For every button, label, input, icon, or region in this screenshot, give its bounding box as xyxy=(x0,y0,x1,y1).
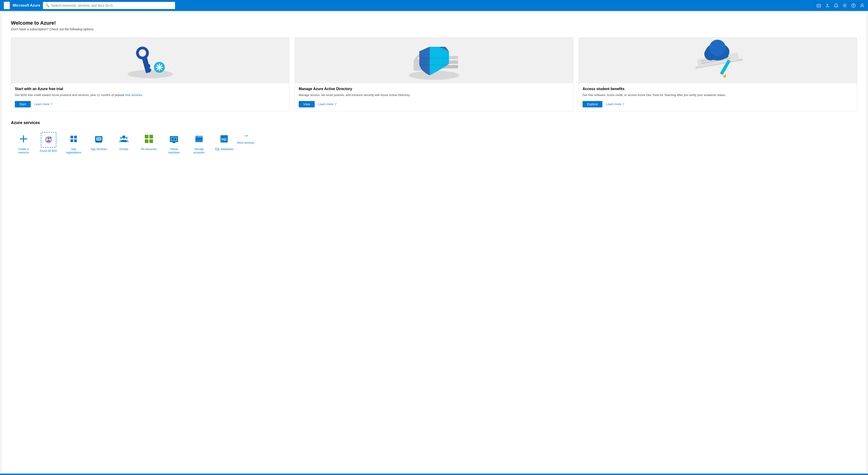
service-item-create-resource[interactable]: Create aresource xyxy=(11,130,36,157)
more-services-label: More services xyxy=(237,141,254,144)
svg-rect-52 xyxy=(96,142,102,143)
active-directory-desc: Manage access, set smart policies, and e… xyxy=(299,93,569,97)
storage-accounts-icon xyxy=(194,134,204,144)
create-resource-icon-wrap xyxy=(17,132,30,146)
groups-label: Groups xyxy=(119,148,128,151)
student-benefits-learn-more[interactable]: Learn more ↗ xyxy=(606,102,624,106)
svg-text:?: ? xyxy=(852,4,854,7)
svg-point-57 xyxy=(120,137,122,139)
external-link-icon: ↗ xyxy=(51,102,53,106)
more-services-arrow: → xyxy=(243,132,249,139)
adb2c-icon: B2C xyxy=(44,135,53,144)
svg-rect-73 xyxy=(196,136,198,137)
student-benefits-title: Access student benefits xyxy=(583,87,853,91)
student-benefits-desc: Get free software, Azure credit, or acce… xyxy=(583,93,853,97)
free-services-link[interactable]: free services. xyxy=(125,93,143,97)
explore-button[interactable]: Explore xyxy=(583,101,602,108)
hamburger-menu[interactable]: ☰ xyxy=(4,2,10,9)
search-input[interactable] xyxy=(51,4,173,7)
service-item-azure-ad-b2c[interactable]: B2C Azure AD B2C xyxy=(36,130,61,155)
plus-icon xyxy=(19,134,28,143)
bottom-bar xyxy=(0,474,868,475)
active-directory-title: Manage Azure Active Directory xyxy=(299,87,569,91)
student-benefits-body: Access student benefits Get free softwar… xyxy=(579,83,857,111)
groups-icon-wrap xyxy=(117,132,131,146)
svg-rect-65 xyxy=(173,142,175,143)
view-button[interactable]: View xyxy=(299,101,315,108)
svg-point-1 xyxy=(844,5,845,6)
notifications-icon[interactable] xyxy=(834,3,838,8)
upload-icon[interactable] xyxy=(825,3,830,8)
cloud-shell-icon[interactable] xyxy=(816,3,821,8)
all-resources-icon xyxy=(144,134,154,144)
azure-ad-b2c-label: Azure AD B2C xyxy=(40,149,57,153)
more-services[interactable]: → More services xyxy=(237,130,255,144)
svg-point-58 xyxy=(125,137,128,139)
nav-icons: ? xyxy=(816,3,864,8)
external-link-icon: ↗ xyxy=(622,102,624,106)
svg-rect-70 xyxy=(195,139,203,140)
svg-rect-59 xyxy=(145,135,148,139)
app-logo: Microsoft Azure xyxy=(13,3,40,7)
shield-illustration xyxy=(400,38,468,83)
svg-rect-47 xyxy=(74,136,77,139)
service-item-sql-databases[interactable]: SQL SQL databases xyxy=(212,130,237,153)
service-item-app-services[interactable]: App Services xyxy=(86,130,111,153)
search-icon: 🔍 xyxy=(45,4,49,7)
app-registrations-label: Appregistrations xyxy=(66,148,81,155)
active-directory-image xyxy=(295,38,573,83)
app-registrations-icon xyxy=(69,134,78,143)
top-navigation: ☰ Microsoft Azure 🔍 ? xyxy=(0,0,868,11)
virtual-machines-label: Virtualmachines xyxy=(168,148,180,155)
key-illustration xyxy=(116,38,184,83)
all-resources-icon-wrap xyxy=(142,132,156,146)
cloud-pencil-illustration xyxy=(684,38,752,83)
student-benefits-image xyxy=(579,38,857,83)
account-icon[interactable] xyxy=(860,3,864,8)
svg-point-4 xyxy=(861,4,863,6)
external-link-icon: ↗ xyxy=(335,102,337,106)
svg-rect-62 xyxy=(149,139,153,143)
active-directory-body: Manage Azure Active Directory Manage acc… xyxy=(295,83,573,111)
sql-databases-icon: SQL xyxy=(219,134,229,144)
welcome-subtitle: Don't have a subscription? Check out the… xyxy=(11,27,857,31)
app-services-label: App Services xyxy=(91,148,107,151)
active-directory-learn-more[interactable]: Learn more ↗ xyxy=(318,102,336,106)
azure-ad-b2c-icon-wrap: B2C xyxy=(41,132,56,148)
virtual-machines-icon-wrap xyxy=(167,132,181,146)
groups-icon xyxy=(119,134,129,144)
svg-rect-0 xyxy=(817,4,820,7)
service-item-storage-accounts[interactable]: Storageaccounts xyxy=(186,130,212,157)
svg-point-56 xyxy=(122,136,125,139)
sql-databases-icon-wrap: SQL xyxy=(217,132,231,146)
student-benefits-card: Access student benefits Get free softwar… xyxy=(579,37,857,111)
free-trial-actions: Start Learn more ↗ xyxy=(15,101,285,108)
svg-rect-60 xyxy=(149,135,153,139)
main-content: Welcome to Azure! Don't have a subscript… xyxy=(2,13,866,473)
free-trial-body: Start with an Azure free trial Get $200 … xyxy=(11,83,289,111)
free-trial-learn-more[interactable]: Learn more ↗ xyxy=(34,102,53,106)
service-item-all-resources[interactable]: All resources xyxy=(136,130,161,153)
service-item-groups[interactable]: Groups xyxy=(111,130,136,153)
help-icon[interactable]: ? xyxy=(851,3,856,8)
free-trial-desc: Get $200 free credit toward Azure produc… xyxy=(15,93,285,97)
settings-icon[interactable] xyxy=(842,3,847,8)
azure-services-section: Azure services Create aresource xyxy=(11,120,857,157)
svg-rect-61 xyxy=(145,139,148,143)
service-item-app-registrations[interactable]: Appregistrations xyxy=(61,130,86,157)
student-benefits-actions: Explore Learn more ↗ xyxy=(583,101,853,108)
active-directory-card: Manage Azure Active Directory Manage acc… xyxy=(295,37,573,111)
services-title: Azure services xyxy=(11,120,857,125)
virtual-machines-icon xyxy=(169,134,179,144)
start-button[interactable]: Start xyxy=(15,101,31,108)
app-services-icon xyxy=(94,134,104,144)
svg-text:B2C: B2C xyxy=(49,137,52,139)
svg-point-35 xyxy=(709,40,726,56)
cards-row: Start with an Azure free trial Get $200 … xyxy=(11,37,857,111)
all-resources-label: All resources xyxy=(141,148,157,151)
svg-rect-46 xyxy=(70,136,73,139)
search-bar: 🔍 xyxy=(43,2,175,9)
svg-rect-48 xyxy=(70,139,73,142)
service-item-virtual-machines[interactable]: Virtualmachines xyxy=(161,130,186,157)
svg-rect-49 xyxy=(74,139,77,142)
